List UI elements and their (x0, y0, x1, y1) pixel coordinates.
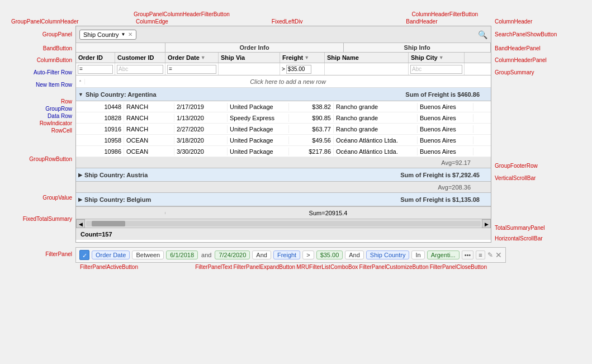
search-panel-show-button[interactable]: 🔍 (478, 30, 487, 39)
filter-cell-ship-via (219, 63, 280, 75)
freight-filter-icon[interactable]: ▼ (304, 55, 309, 60)
filter-cell-ship-city (409, 63, 465, 75)
filter-panel-active-button[interactable]: ✓ (79, 250, 89, 260)
filter-input-order-date[interactable] (167, 65, 216, 74)
column-header-filter-button-label: ColumnHeaderFilterButton (412, 11, 478, 17)
group-row-btn-belgium[interactable]: ▶ Ship Country: Belgium (78, 196, 151, 203)
new-item-star: * (79, 79, 82, 84)
col-header-ship-via[interactable]: Ship Via (219, 53, 280, 63)
h-scroll-thumb[interactable] (92, 221, 125, 226)
group-row-btn-argentina[interactable]: ▼ Ship Country: Argentina (78, 91, 157, 98)
group-row-austria: ▶ Ship Country: Austria Sum of Freight i… (76, 168, 491, 182)
col-header-order-id[interactable]: Order ID (76, 53, 115, 63)
h-scroll-right-btn[interactable]: ▶ (482, 219, 491, 228)
filter-cell-order-date (165, 63, 219, 75)
col-freight-text: Freight (282, 54, 303, 61)
cell-customer-10958: OCEAN (124, 136, 174, 144)
filter-input-ship-city[interactable] (410, 65, 462, 74)
filter-cell-ship-name (325, 63, 409, 75)
data-row-10958: 10958 OCEAN 3/18/2020 United Package $49… (76, 135, 491, 146)
h-scroll-track[interactable] (86, 221, 481, 226)
cell-freight-10958: $49.56 (289, 136, 334, 144)
data-row-10986: 10986 OCEAN 3/30/2020 United Package $21… (76, 146, 491, 157)
filter-panel-more-btn[interactable]: ••• (462, 250, 474, 259)
band-header-panel-label: BandHeaderPanel (495, 45, 541, 51)
col-order-id-text: Order ID (78, 54, 103, 61)
filter-panel-close-button-label: FilterPanelCloseButton (430, 264, 487, 270)
cell-order-id-10986: 10986 (85, 148, 124, 155)
order-date-filter-icon[interactable]: ▼ (201, 55, 206, 60)
filter-cell-customer-id (115, 63, 165, 75)
cell-order-id-10916: 10916 (85, 125, 124, 133)
group-label-argentina: Ship Country: Argentina (86, 91, 157, 98)
group-chip-close-icon[interactable]: ✕ (128, 31, 132, 37)
band-order-info-text: Order Info (240, 44, 269, 51)
filter-panel-close-button[interactable]: ✕ (495, 250, 502, 259)
col-ship-via-text: Ship Via (221, 54, 245, 61)
cell-ship-city-10448: Buenos Aires (418, 103, 473, 111)
filter-panel-expand-button-label: FilterPanelExpandButton (234, 264, 296, 270)
new-item-row[interactable]: * Click here to add a new row (76, 75, 491, 88)
h-scroll-left-btn[interactable]: ◀ (76, 219, 85, 228)
cell-ship-name-10916: Rancho grande (334, 125, 418, 133)
column-header-label: ColumnHeader (495, 18, 532, 25)
group-panel-column-header-filter-button-label: GroupPanelColumnHeaderFilterButton (134, 11, 230, 17)
group-summary-austria: Sum of Freight is $7,292.45 (400, 172, 480, 178)
group-value-label: GroupValue (42, 195, 72, 201)
horizontal-scrollbar[interactable]: ◀ ▶ (76, 219, 491, 228)
group-footer-argentina-text: Avg=92.17 (441, 159, 471, 166)
filter-panel-text-label: FilterPanelText (195, 264, 232, 270)
group-label-belgium: Ship Country: Belgium (84, 196, 151, 203)
filter-panel-customize-button[interactable]: ✎ (487, 251, 493, 259)
col-header-order-date[interactable]: Order Date ▼ (165, 53, 219, 63)
filter-panel-label: FilterPanel (45, 251, 72, 257)
band-header-label: BandHeader (406, 18, 437, 25)
group-row-label: GroupRow (45, 106, 72, 112)
filter-tag-freight-val: $35.00 (316, 250, 343, 259)
filter-input-freight[interactable] (286, 65, 311, 74)
col-header-customer-id[interactable]: Customer ID (115, 53, 165, 63)
filter-tag-and3: And (345, 250, 364, 259)
col-header-ship-city[interactable]: Ship City ▼ (409, 53, 465, 63)
cell-order-id-10828: 10828 (85, 114, 124, 122)
cell-freight-10448: $38.82 (289, 103, 334, 111)
col-header-ship-name[interactable]: Ship Name (325, 53, 409, 63)
new-item-indicator: * (76, 79, 85, 84)
column-edge-label: ColumnEdge (136, 18, 168, 25)
group-footer-argentina: Avg=92.17 (76, 157, 491, 168)
cell-ship-name-10958: Océano Atlántico Ltda. (334, 136, 418, 144)
col-header-freight[interactable]: Freight ▼ (280, 53, 325, 63)
filter-input-order-id[interactable] (78, 65, 113, 74)
cell-ship-via-10916: United Package (228, 125, 289, 133)
cell-ship-via-10828: Speedy Express (228, 114, 289, 122)
filter-panel-list-btn[interactable]: ≡ (476, 250, 485, 259)
row-label: Row (61, 98, 72, 105)
cell-ship-city-10828: Buenos Aires (418, 114, 473, 122)
row-indicator-label: RowIndicator (40, 120, 72, 126)
group-chip-filter-icon: ▼ (121, 32, 126, 37)
data-row-10828: 10828 RANCH 1/13/2020 Speedy Express $90… (76, 112, 491, 124)
vertical-scroll-bar-label: VerticalScrollBar (495, 175, 536, 181)
col-ship-city-text: Ship City (411, 54, 438, 61)
group-row-argentina: ▼ Ship Country: Argentina Sum of Freight… (76, 88, 491, 101)
cell-customer-10448: RANCH (124, 103, 174, 111)
total-summary-row: Sum=20915.4 (76, 206, 491, 219)
data-row-label: Data Row (48, 113, 72, 119)
column-button-label: ColumnButton (37, 57, 72, 63)
group-row-btn-austria[interactable]: ▶ Ship Country: Austria (78, 172, 148, 178)
col-ship-name-text: Ship Name (327, 54, 359, 61)
total-summary-panel-label: TotalSummaryPanel (495, 225, 544, 231)
cell-date-10828: 1/13/2020 (174, 114, 228, 122)
band-header-row: Order Info Ship Info (76, 43, 491, 53)
ship-city-filter-icon[interactable]: ▼ (439, 55, 444, 60)
data-row-10448: 10448 RANCH 2/17/2019 United Package $38… (76, 101, 491, 112)
group-panel-chip[interactable]: Ship Country ▼ ✕ (79, 30, 136, 40)
filter-panel: ✓ Order Date Between 6/1/2018 and 7/24/2… (75, 247, 506, 263)
filter-input-customer-id[interactable] (117, 65, 163, 74)
auto-filter-row: > (76, 63, 491, 75)
auto-filter-row-label: Auto-Filter Row (34, 69, 72, 75)
cell-ship-via-10448: United Package (228, 103, 289, 111)
expand-icon-belgium: ▶ (78, 197, 82, 202)
col-order-date-text: Order Date (168, 54, 200, 61)
cell-customer-10828: RANCH (124, 114, 174, 122)
